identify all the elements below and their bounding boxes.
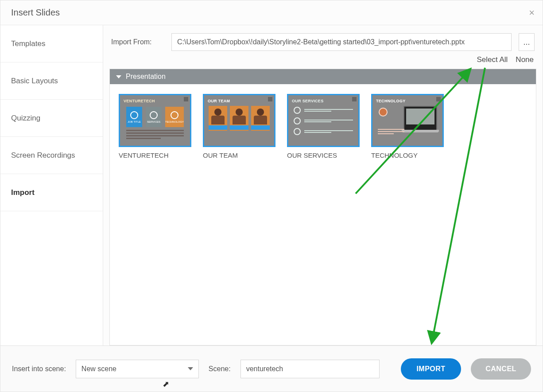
sidebar-item-quizzing[interactable]: Quizzing [0, 100, 103, 137]
chevron-down-icon [116, 75, 121, 78]
dialog-footer: Insert into scene: New scene Scene: IMPO… [0, 345, 543, 392]
slide-thumb-caption: VENTURETECH [119, 151, 191, 159]
browse-button[interactable]: ... [519, 33, 535, 51]
chevron-down-icon [188, 367, 193, 370]
slide-thumb-caption: TECHNOLOGY [371, 151, 444, 159]
deselect-icon[interactable] [268, 97, 272, 101]
slide-thumb-strip: OUR TEAM [208, 99, 230, 103]
deselect-icon[interactable] [184, 97, 188, 101]
slide-thumb-caption: OUR TEAM [203, 151, 275, 159]
sidebar-item-label: Templates [11, 39, 45, 48]
sidebar-item-label: Screen Recordings [11, 151, 75, 160]
deselect-icon[interactable] [436, 97, 441, 101]
slide-thumb-technology[interactable]: TECHNOLOGY TECHNOLOGY [371, 94, 444, 159]
slide-thumb-strip: VENTURETECH [124, 99, 155, 103]
import-button[interactable]: IMPORT [401, 358, 461, 380]
insert-slides-dialog: Insert Slides × Templates Basic Layouts … [0, 0, 543, 392]
slide-thumb-strip: OUR SERVICES [292, 99, 323, 103]
slide-thumb-strip: TECHNOLOGY [376, 99, 406, 103]
sidebar-item-label: Import [11, 188, 35, 197]
scene-name-label: Scene: [209, 365, 231, 373]
sidebar-item-templates[interactable]: Templates [0, 25, 103, 62]
slide-thumb-our-team[interactable]: OUR TEAM OUR TEAM [203, 94, 275, 159]
ellipsis-icon: ... [523, 38, 530, 47]
deselect-icon[interactable] [352, 97, 357, 101]
import-from-row: Import From: ... [109, 33, 536, 51]
sidebar-item-label: Quizzing [11, 114, 40, 123]
slide-thumbnails: VENTURETECH JOB TITLE SERVICES TECHNOLOG… [110, 84, 536, 169]
select-none-link[interactable]: None [516, 55, 534, 64]
dialog-title: Insert Slides [11, 8, 60, 18]
select-all-link[interactable]: Select All [477, 55, 508, 64]
slide-thumb-venturetech[interactable]: VENTURETECH JOB TITLE SERVICES TECHNOLOG… [119, 94, 191, 159]
presentation-group-label: Presentation [126, 73, 166, 81]
import-from-label: Import From: [111, 38, 164, 46]
slide-thumb-image: TECHNOLOGY [371, 94, 444, 147]
slide-thumb-image: OUR SERVICES [287, 94, 360, 147]
dialog-body: Templates Basic Layouts Quizzing Screen … [0, 25, 543, 345]
sidebar-item-basic-layouts[interactable]: Basic Layouts [0, 62, 103, 100]
cursor-icon: ⬈ [163, 379, 169, 389]
selection-links: Select All None [109, 51, 536, 69]
slide-thumb-image: OUR TEAM [203, 94, 275, 147]
sidebar-item-screen-recordings[interactable]: Screen Recordings [0, 137, 103, 174]
main-pane: Import From: ... Select All None Present… [103, 25, 543, 345]
import-from-input[interactable] [171, 33, 512, 51]
scene-dropdown-value: New scene [81, 365, 116, 373]
cancel-button[interactable]: CANCEL [471, 358, 531, 380]
presentation-group-header[interactable]: Presentation [110, 69, 536, 84]
sidebar-item-import[interactable]: Import [0, 174, 103, 211]
slide-thumb-caption: OUR SERVICES [287, 151, 360, 159]
titlebar: Insert Slides × [0, 0, 543, 25]
sidebar-item-label: Basic Layouts [11, 77, 58, 85]
slide-thumb-image: VENTURETECH JOB TITLE SERVICES TECHNOLOG… [119, 94, 191, 147]
slides-panel: Presentation VENTURETECH JOB TITLE SERVI… [109, 69, 536, 345]
scene-dropdown[interactable]: New scene [76, 360, 199, 378]
sidebar: Templates Basic Layouts Quizzing Screen … [0, 25, 103, 345]
scene-name-input[interactable] [240, 360, 380, 378]
slide-thumb-our-services[interactable]: OUR SERVICES OUR SERVICES [287, 94, 360, 159]
insert-into-scene-label: Insert into scene: [12, 365, 66, 373]
close-icon[interactable]: × [529, 8, 535, 18]
